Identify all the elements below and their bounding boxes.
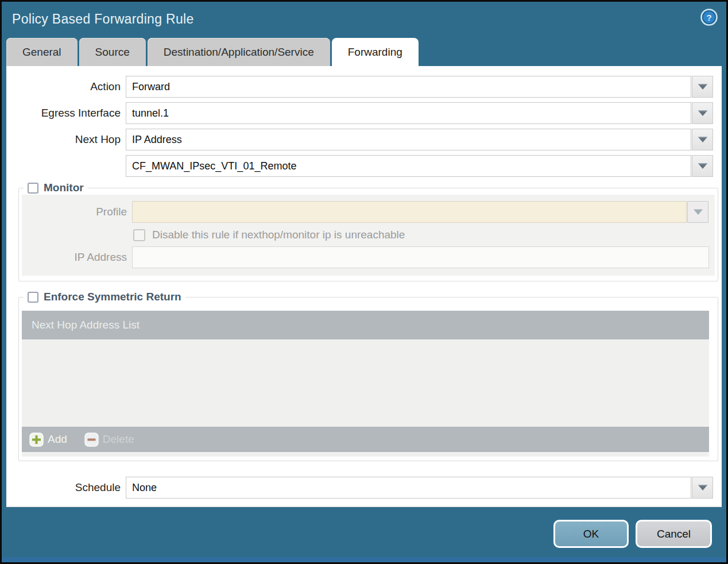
minus-icon [84, 432, 99, 447]
action-select[interactable]: Forward [126, 76, 691, 98]
next-hop-address-table-header: Next Hop Address List [22, 311, 709, 339]
egress-interface-select[interactable]: tunnel.1 [126, 102, 691, 124]
symmetric-return-legend: Enforce Symmetric Return [24, 291, 185, 303]
action-label: Action [6, 80, 126, 93]
next-hop-label: Next Hop [6, 133, 126, 146]
dialog-footer: OK Cancel [2, 506, 726, 562]
next-hop-type-select[interactable]: IP Address [126, 129, 691, 150]
monitor-ip-row: IP Address [22, 246, 715, 268]
monitor-ip-input [132, 246, 709, 268]
next-hop-address-dropdown-button[interactable] [692, 155, 713, 177]
policy-based-forwarding-dialog: Policy Based Forwarding Rule ? General S… [0, 0, 728, 564]
symmetric-return-legend-label: Enforce Symmetric Return [44, 291, 181, 303]
monitor-legend: Monitor [24, 181, 88, 194]
tab-general[interactable]: General [6, 38, 78, 66]
chevron-down-icon [698, 484, 708, 491]
next-hop-type-dropdown-button[interactable] [692, 129, 713, 150]
plus-icon [29, 432, 44, 447]
profile-label: Profile [22, 206, 132, 218]
tab-destination-application-service[interactable]: Destination/Application/Service [148, 38, 330, 66]
tab-source[interactable]: Source [79, 38, 146, 66]
chevron-down-icon [698, 83, 708, 90]
profile-row: Profile [22, 201, 715, 223]
chevron-down-icon [698, 136, 708, 143]
bottom-accent-strip [2, 557, 726, 562]
disable-rule-checkbox [133, 229, 145, 241]
egress-interface-label: Egress Interface [6, 107, 126, 119]
cancel-button[interactable]: Cancel [636, 520, 712, 548]
egress-interface-row: Egress Interface tunnel.1 [6, 102, 722, 124]
titlebar: Policy Based Forwarding Rule ? [2, 2, 726, 37]
egress-interface-dropdown-button[interactable] [692, 102, 713, 124]
tab-bar: General Source Destination/Application/S… [2, 37, 726, 66]
delete-button: Delete [84, 432, 134, 447]
monitor-checkbox[interactable] [28, 183, 38, 194]
table-bottom-strip [22, 452, 709, 457]
add-button[interactable]: Add [29, 432, 67, 447]
disable-rule-label: Disable this rule if nexthop/monitor ip … [152, 229, 405, 241]
add-button-label: Add [48, 433, 67, 446]
dialog-title: Policy Based Forwarding Rule [2, 2, 726, 27]
profile-dropdown-button [687, 201, 708, 223]
monitor-section: Monitor Profile Di [18, 181, 718, 281]
monitor-ip-label: IP Address [22, 251, 132, 264]
forwarding-tab-panel: Action Forward Egress Interface tunnel.1 [6, 66, 722, 507]
chevron-down-icon [698, 110, 708, 117]
help-icon[interactable]: ? [700, 9, 718, 26]
action-dropdown-button[interactable] [692, 76, 713, 98]
symmetric-return-checkbox[interactable] [28, 292, 38, 303]
symmetric-return-section: Enforce Symmetric Return Next Hop Addres… [18, 291, 718, 461]
profile-select [132, 201, 687, 223]
help-glyph: ? [706, 13, 711, 22]
schedule-dropdown-button[interactable] [692, 477, 713, 499]
schedule-row: Schedule None [6, 477, 722, 499]
ok-button[interactable]: OK [553, 520, 629, 548]
action-row: Action Forward [6, 76, 722, 98]
next-hop-address-table-toolbar: Add Delete [22, 427, 709, 452]
chevron-down-icon [698, 163, 708, 169]
monitor-body: Profile Disable this rule if nexthop/mon… [22, 195, 715, 276]
next-hop-address-table: Next Hop Address List Add [22, 311, 709, 457]
schedule-label: Schedule [6, 481, 126, 494]
tab-forwarding[interactable]: Forwarding [332, 38, 419, 66]
disable-rule-row: Disable this rule if nexthop/monitor ip … [133, 229, 715, 241]
monitor-legend-label: Monitor [44, 181, 84, 194]
next-hop-row: Next Hop IP Address [6, 129, 722, 150]
next-hop-address-select[interactable]: CF_MWAN_IPsec_VTI_01_Remote [126, 155, 691, 177]
delete-button-label: Delete [103, 433, 134, 446]
chevron-down-icon [693, 208, 703, 215]
next-hop-address-row: CF_MWAN_IPsec_VTI_01_Remote [6, 155, 722, 177]
next-hop-address-table-body[interactable] [22, 339, 709, 427]
schedule-select[interactable]: None [126, 477, 691, 499]
